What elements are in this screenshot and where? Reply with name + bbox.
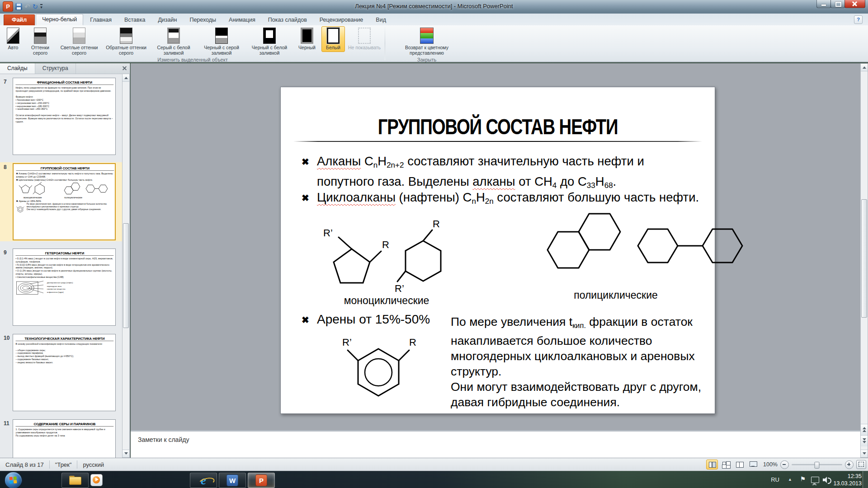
tray-expand-icon[interactable]: ▲	[788, 477, 792, 482]
light-grayscale-icon	[73, 28, 85, 44]
keyboard-language[interactable]: RU	[771, 476, 779, 483]
notes-pane[interactable]: Заметки к слайду	[131, 430, 860, 458]
taskbar-word-button[interactable]: W	[219, 473, 246, 488]
clock-time: 12:35	[833, 473, 862, 480]
slide-thumbnail-8[interactable]: 8 ГРУППОВОЙ СОСТАВ НЕФТИ ✖ Алканы CnH2n+…	[0, 162, 122, 241]
tab-insert[interactable]: Вставка	[118, 15, 151, 25]
dont-show-button[interactable]: Не показывать	[346, 26, 383, 52]
maximize-button[interactable]	[830, 0, 845, 8]
reading-view-button[interactable]	[734, 460, 745, 469]
clock[interactable]: 12:35 13.03.2013	[833, 473, 862, 487]
white-button[interactable]: Белый	[321, 26, 345, 52]
folder-icon	[69, 476, 81, 485]
main-scroll-thumb[interactable]	[861, 199, 867, 318]
show-desktop-button[interactable]	[863, 471, 868, 488]
label-polycyclic[interactable]: полициклические	[532, 289, 699, 301]
scroll-up-icon[interactable]	[861, 64, 868, 71]
slide-counter: Слайд 8 из 17	[0, 461, 49, 468]
zoom-in-button[interactable]	[845, 460, 854, 469]
slide-thumbnail-10[interactable]: 10 ТЕХНОЛОГИЧЕСКАЯ ХАРАКТЕРИСТИКА НЕФТИ …	[0, 333, 122, 412]
previous-slide-button[interactable]	[861, 424, 868, 435]
tab-design[interactable]: Дизайн	[152, 15, 183, 25]
zoom-out-button[interactable]	[780, 460, 789, 469]
slide-thumbnail-9[interactable]: 9 ГЕТЕРОАТОМЫ НЕФТИ • S (0,1-4% масс.) в…	[0, 248, 122, 327]
slide-editor-area: ГРУППОВОЙ СОСТАВ НЕФТИ ГРУППОВОЙ СОСТАВ …	[131, 63, 860, 430]
slide-title[interactable]: ГРУППОВОЙ СОСТАВ НЕФТИ	[324, 114, 671, 139]
ribbon-group-edit-object: Авто Оттенки серого Светлые оттенки серо…	[2, 25, 383, 61]
main-scrollbar[interactable]	[860, 63, 868, 458]
tab-black-white[interactable]: Черно-белый	[36, 14, 83, 25]
scroll-up-icon[interactable]	[123, 74, 129, 82]
titlebar: P ↶ ↻ ▾ Лекция №4 [Режим совместимости] …	[0, 0, 868, 14]
black-white-fill-button[interactable]: Черный с белой заливкой	[246, 26, 292, 57]
zoom-level[interactable]: 100%	[761, 461, 778, 468]
thumb-title: ГЕТЕРОАТОМЫ НЕФТИ	[16, 251, 114, 255]
window-controls	[817, 0, 865, 8]
slide-sorter-view-button[interactable]	[721, 460, 731, 469]
network-icon[interactable]	[811, 477, 819, 483]
bullet-alkanes[interactable]: ✖ Алканы CnH2n+2 составляют значительную…	[302, 153, 703, 194]
inverse-grayscale-button[interactable]: Обратные оттенки серого	[103, 26, 150, 57]
help-icon[interactable]: ?	[854, 15, 863, 24]
slideshow-view-button[interactable]	[748, 460, 759, 469]
zoom-slider-knob[interactable]	[815, 462, 820, 469]
action-center-flag-icon[interactable]: ⚑	[800, 475, 806, 483]
tab-transitions[interactable]: Переходы	[184, 15, 222, 25]
panel-scroll-thumb[interactable]	[123, 223, 129, 328]
panel-scrollbar[interactable]	[122, 74, 130, 458]
panel-close-icon[interactable]	[120, 63, 130, 74]
thumb-benzene	[16, 203, 25, 216]
tab-slideshow[interactable]: Показ слайдов	[262, 15, 313, 25]
scroll-down-icon[interactable]	[861, 450, 868, 457]
bullet-marker: ✖	[302, 153, 317, 194]
gray-white-fill-icon	[167, 28, 180, 44]
rgb-color-icon	[420, 28, 434, 44]
tab-view[interactable]: Вид	[370, 15, 392, 25]
zoom-slider[interactable]	[792, 464, 842, 465]
clock-date: 13.03.2013	[833, 480, 862, 487]
cyclohexane-structure: R R’	[395, 217, 456, 296]
scroll-down-icon[interactable]	[123, 450, 129, 457]
slides-panel: Слайды Структура 7 ФРАКЦИОННЫЙ СОСТАВ НЕ…	[0, 63, 130, 458]
slide-thumbnail-11[interactable]: 11 СОДЕРЖАНИЕ СЕРЫ И ПАРАФИНОВ 1. Содерж…	[0, 418, 122, 458]
taskbar-powerpoint-button[interactable]: P	[248, 473, 275, 488]
minimize-button[interactable]	[816, 0, 831, 8]
tab-slides[interactable]: Слайды	[0, 63, 35, 74]
benzene-structure: R R’	[342, 328, 419, 408]
start-button[interactable]	[5, 472, 22, 488]
notes-placeholder: Заметки к слайду	[138, 436, 189, 443]
volume-icon[interactable]	[823, 477, 831, 483]
taskbar-explorer-button[interactable]	[61, 473, 89, 488]
next-slide-button[interactable]	[861, 435, 868, 446]
tab-animations[interactable]: Анимация	[223, 15, 261, 25]
black-button[interactable]: Черный	[293, 26, 321, 52]
svg-text:R’: R’	[323, 227, 333, 239]
tab-home[interactable]: Главная	[84, 15, 118, 25]
fit-to-window-button[interactable]	[856, 460, 866, 469]
tab-file[interactable]: Файл	[4, 14, 35, 25]
internet-explorer-icon: e	[201, 475, 206, 486]
normal-view-button[interactable]	[706, 460, 718, 469]
tab-outline[interactable]: Структура	[35, 63, 76, 74]
auto-bw-icon	[7, 28, 19, 44]
ribbon: Авто Оттенки серого Светлые оттенки серо…	[0, 25, 868, 62]
taskbar-internet-explorer-button[interactable]: e	[190, 473, 217, 488]
bw-auto-button[interactable]: Авто	[2, 26, 24, 52]
slide-paragraph[interactable]: По мере увеличения tкип. фракции в остат…	[451, 314, 715, 410]
tab-review[interactable]: Рецензирование	[314, 15, 369, 25]
back-to-color-button[interactable]: Возврат к цветному представлению	[387, 26, 467, 57]
gray-white-fill-button[interactable]: Серый с белой заливкой	[151, 26, 197, 57]
close-button[interactable]	[844, 0, 865, 8]
bullet-marker: ✖	[302, 189, 317, 210]
grayscale-icon	[34, 28, 47, 44]
grayscale-button[interactable]: Оттенки серого	[25, 26, 56, 57]
slide-thumbnail-7[interactable]: 7 ФРАКЦИОННЫЙ СОСТАВ НЕФТИ Нефть легко р…	[0, 77, 122, 156]
language-indicator[interactable]: русский	[77, 461, 109, 468]
bullet-arenes[interactable]: ✖ Арены от 15%-50%	[302, 311, 430, 328]
bullet-cycloalkanes[interactable]: ✖ Циклоалканы (нафтены) CnH2n составляют…	[302, 189, 703, 210]
label-monocyclic[interactable]: моноциклические	[311, 295, 462, 307]
slide-canvas[interactable]: ГРУППОВОЙ СОСТАВ НЕФТИ ГРУППОВОЙ СОСТАВ …	[280, 87, 715, 414]
light-grayscale-button[interactable]: Светлые оттенки серого	[57, 26, 102, 57]
taskbar-media-player-button[interactable]	[90, 474, 103, 486]
black-gray-fill-button[interactable]: Черный с серой заливкой	[198, 26, 245, 57]
